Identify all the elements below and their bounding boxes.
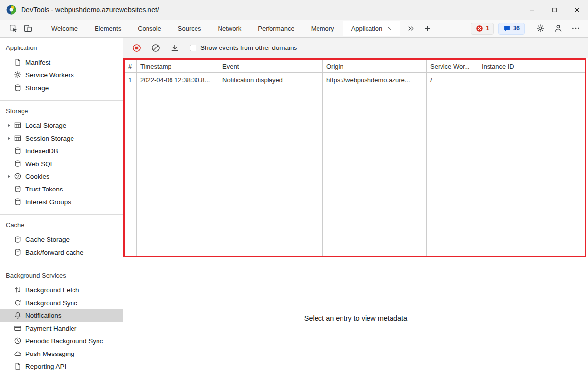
tab-performance[interactable]: Performance	[249, 20, 302, 37]
tab-memory[interactable]: Memory	[303, 20, 343, 37]
sync-icon	[14, 299, 22, 307]
sidebar-item-back-forward-cache[interactable]: Back/forward cache	[0, 246, 123, 259]
sidebar-item-session-storage[interactable]: Session Storage	[0, 132, 123, 144]
event-row-cell-timestamp[interactable]: 2022-04-06 12:38:30.8...	[137, 73, 219, 87]
sidebar-item-service-workers[interactable]: Service Workers	[0, 69, 123, 81]
database-icon	[14, 84, 22, 92]
sidebar-item-reporting-api[interactable]: Reporting API	[0, 360, 123, 373]
bell-icon	[14, 311, 22, 319]
more-tabs-button[interactable]	[403, 21, 418, 36]
sidebar-item-periodic-background-sync[interactable]: Periodic Background Sync	[0, 334, 123, 347]
expand-arrow-icon[interactable]	[7, 136, 11, 141]
section-title: Background Services	[0, 265, 123, 284]
gear-icon	[536, 24, 545, 33]
event-row-cell-service-worker[interactable]: /	[427, 73, 478, 87]
record-stop-icon	[132, 44, 141, 52]
event-row-cell-event[interactable]: Notification displayed	[219, 73, 322, 87]
section-title: Application	[0, 38, 123, 56]
sidebar-item-payment-handler[interactable]: Payment Handler	[0, 322, 123, 334]
maximize-button[interactable]	[543, 0, 565, 20]
devtools-window: DevTools - webpushdemo.azurewebsites.net…	[0, 0, 588, 379]
minimize-icon	[529, 7, 535, 13]
expand-arrow-icon[interactable]	[7, 123, 11, 128]
column-header-origin: Origin	[323, 60, 426, 73]
save-events-button[interactable]	[168, 41, 182, 55]
clear-button[interactable]	[149, 41, 163, 55]
column-header-timestamp: Timestamp	[137, 60, 219, 73]
table-icon	[14, 121, 22, 129]
sidebar-item-background-sync[interactable]: Background Sync	[0, 296, 123, 309]
show-events-option: Show events from other domains	[190, 44, 297, 51]
person-icon	[554, 24, 563, 33]
column-header-instance-id: Instance ID	[478, 60, 585, 73]
sidebar-item-cache-storage[interactable]: Cache Storage	[0, 233, 123, 246]
double-chevron-icon	[407, 25, 415, 32]
inspect-element-button[interactable]	[6, 21, 21, 36]
events-table-annotated: # 1 Timestamp 2022-04-06 12:38:30.8... E…	[123, 58, 586, 257]
device-toolbar-button[interactable]	[21, 21, 35, 36]
sidebar-item-manifest[interactable]: Manifest	[0, 56, 123, 69]
error-count-badge[interactable]: 1	[471, 23, 494, 35]
titlebar: DevTools - webpushdemo.azurewebsites.net…	[0, 0, 588, 20]
sidebar-item-web-sql[interactable]: Web SQL	[0, 157, 123, 170]
event-row-cell-num[interactable]: 1	[125, 73, 136, 87]
download-icon	[171, 44, 179, 52]
plus-icon	[424, 25, 431, 32]
more-tools-button[interactable]	[420, 21, 435, 36]
section-cache: Cache Cache Storage Back/forward cache	[0, 215, 123, 265]
tab-console[interactable]: Console	[129, 20, 170, 37]
sidebar-item-interest-groups[interactable]: Interest Groups	[0, 195, 123, 208]
status-badges: 1 36	[471, 21, 583, 36]
sidebar-item-push-messaging[interactable]: Push Messaging	[0, 347, 123, 360]
tab-sources[interactable]: Sources	[170, 20, 210, 37]
close-button[interactable]	[565, 0, 588, 20]
notifications-panel: Show events from other domains # 1 Times…	[123, 38, 588, 379]
application-sidebar: Application Manifest Service Workers Sto…	[0, 38, 123, 379]
document-icon	[14, 58, 22, 66]
record-button[interactable]	[130, 41, 144, 55]
devtools-tabbar: Welcome Elements Console Sources Network…	[0, 20, 588, 38]
ellipsis-icon	[571, 24, 580, 33]
cookie-icon	[14, 172, 22, 180]
tab-elements[interactable]: Elements	[86, 20, 129, 37]
sidebar-item-cookies[interactable]: Cookies	[0, 170, 123, 183]
show-events-checkbox[interactable]	[190, 45, 196, 51]
sidebar-item-notifications[interactable]: Notifications	[0, 309, 123, 322]
maximize-icon	[551, 7, 558, 13]
settings-button[interactable]	[533, 21, 548, 36]
devtools-logo-icon	[6, 4, 17, 15]
section-background-services: Background Services Background Fetch Bac…	[0, 265, 123, 379]
more-options-button[interactable]	[568, 21, 583, 36]
section-storage: Storage Local Storage Session Storage In…	[0, 101, 123, 215]
card-icon	[14, 324, 22, 332]
minimize-button[interactable]	[520, 0, 543, 20]
sidebar-item-storage[interactable]: Storage	[0, 81, 123, 94]
cloud-icon	[14, 350, 22, 357]
sidebar-item-background-fetch[interactable]: Background Fetch	[0, 284, 123, 296]
issues-count-badge[interactable]: 36	[498, 23, 525, 35]
event-row-cell-origin[interactable]: https://webpushdemo.azure...	[323, 73, 426, 87]
content-area: Application Manifest Service Workers Sto…	[0, 38, 588, 379]
events-toolbar: Show events from other domains	[123, 38, 588, 58]
close-icon	[574, 7, 580, 13]
up-down-arrows-icon	[14, 286, 22, 294]
column-header-event: Event	[219, 60, 322, 73]
database-icon	[14, 198, 22, 206]
sidebar-item-local-storage[interactable]: Local Storage	[0, 119, 123, 132]
sidebar-item-trust-tokens[interactable]: Trust Tokens	[0, 183, 123, 195]
expand-arrow-icon[interactable]	[7, 174, 11, 179]
show-events-checkbox-label[interactable]: Show events from other domains	[200, 44, 297, 51]
tab-welcome[interactable]: Welcome	[43, 20, 86, 37]
sidebar-item-indexeddb[interactable]: IndexedDB	[0, 144, 123, 157]
profile-button[interactable]	[551, 21, 565, 36]
metadata-placeholder: Select an entry to view metadata	[304, 314, 407, 322]
event-row-cell-instance-id[interactable]	[478, 73, 585, 80]
column-header-service-worker: Service Wor...	[427, 60, 478, 73]
column-header-num: #	[125, 60, 136, 73]
tab-network[interactable]: Network	[210, 20, 250, 37]
document-icon	[14, 362, 22, 370]
device-toolbar-icon	[24, 24, 32, 33]
tab-application[interactable]: Application	[343, 21, 401, 36]
close-tab-icon[interactable]	[387, 26, 392, 31]
clock-icon	[14, 337, 22, 345]
